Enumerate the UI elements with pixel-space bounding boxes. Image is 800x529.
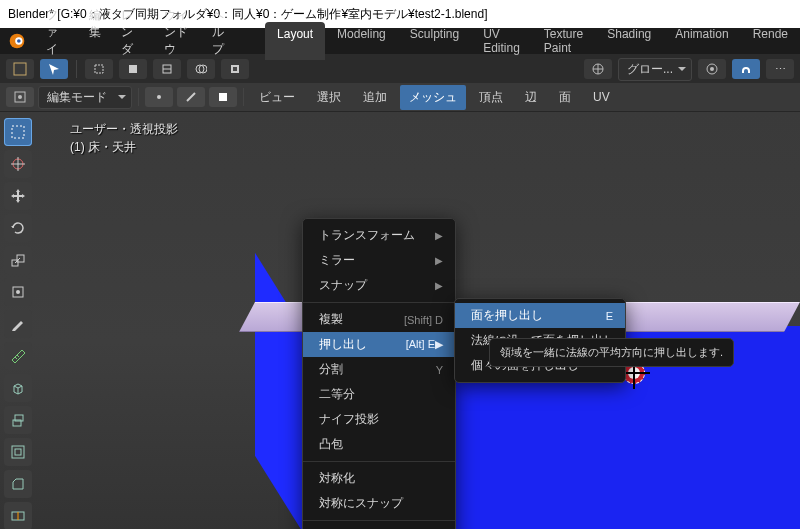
- menu-uv[interactable]: UV: [584, 86, 619, 108]
- tool-shelf: [4, 118, 34, 529]
- shortcut: E: [606, 310, 613, 322]
- menu-item-transform[interactable]: トランスフォーム▶: [303, 223, 455, 248]
- menu-mesh[interactable]: メッシュ: [400, 85, 466, 110]
- editor-type-button[interactable]: [6, 87, 34, 107]
- submenu-arrow-icon: ▶: [435, 280, 443, 291]
- tab-rendering[interactable]: Rende: [741, 22, 800, 60]
- menu-item-snap[interactable]: スナップ▶: [303, 273, 455, 298]
- interaction-mode-dropdown[interactable]: 編集モード: [38, 86, 132, 109]
- tab-uv-editing[interactable]: UV Editing: [471, 22, 532, 60]
- tab-layout[interactable]: Layout: [265, 22, 325, 60]
- label: 分割: [319, 361, 343, 378]
- scale-tool[interactable]: [4, 246, 32, 274]
- menu-item-snap-to-symmetry[interactable]: 対称にスナップ: [303, 491, 455, 516]
- tab-shading[interactable]: Shading: [595, 22, 663, 60]
- select-mode-subtract-icon[interactable]: [153, 59, 181, 79]
- label: 対称化: [319, 470, 355, 487]
- svg-point-2: [17, 39, 21, 43]
- select-mode-invert-icon[interactable]: [221, 59, 249, 79]
- shortcut: Y: [436, 364, 443, 376]
- orientation-icon[interactable]: [584, 59, 612, 79]
- pivot-point-icon[interactable]: [698, 59, 726, 79]
- annotate-tool[interactable]: [4, 310, 32, 338]
- menu-item-mirror[interactable]: ミラー▶: [303, 248, 455, 273]
- svg-point-19: [157, 95, 161, 99]
- menu-item-split[interactable]: 分割Y: [303, 357, 455, 382]
- tooltip: 領域を一緒に法線の平均方向に押し出します.: [489, 338, 734, 367]
- menu-view[interactable]: ビュー: [250, 85, 304, 110]
- menu-item-convex-hull[interactable]: 凸包: [303, 432, 455, 457]
- svg-rect-22: [12, 126, 24, 138]
- label: 面を押し出し: [471, 307, 543, 324]
- face-select-icon[interactable]: [209, 87, 237, 107]
- svg-rect-4: [95, 65, 103, 73]
- tab-animation[interactable]: Animation: [663, 22, 740, 60]
- menu-edge[interactable]: 辺: [516, 85, 546, 110]
- transform-tool[interactable]: [4, 278, 32, 306]
- blender-logo-icon: [6, 30, 28, 52]
- overlay-projection: ユーザー・透視投影: [70, 120, 178, 138]
- menu-face[interactable]: 面: [550, 85, 580, 110]
- svg-point-18: [18, 95, 22, 99]
- svg-point-15: [710, 67, 714, 71]
- 3d-viewport[interactable]: ユーザー・透視投影 (1) 床・天井 トランスフォーム▶ ミラー▶ スナップ▶ …: [0, 112, 800, 529]
- cursor-tool[interactable]: [4, 150, 32, 178]
- transform-orientation-dropdown[interactable]: グロー...: [618, 58, 692, 81]
- viewport-overlay-text: ユーザー・透視投影 (1) 床・天井: [70, 120, 178, 156]
- overlay-object: (1) 床・天井: [70, 138, 178, 156]
- inset-faces-tool[interactable]: [4, 438, 32, 466]
- tab-sculpting[interactable]: Sculpting: [398, 22, 471, 60]
- rotate-tool[interactable]: [4, 214, 32, 242]
- svg-point-30: [16, 290, 20, 294]
- svg-line-20: [187, 93, 195, 101]
- menu-item-extrude[interactable]: 押し出し[Alt] E▶: [303, 332, 455, 357]
- menu-item-duplicate[interactable]: 複製[Shift] D: [303, 307, 455, 332]
- svg-rect-5: [129, 65, 137, 73]
- edge-select-icon[interactable]: [177, 87, 205, 107]
- menu-item-bisect[interactable]: 二等分: [303, 382, 455, 407]
- label: 二等分: [319, 386, 355, 403]
- menu-item-normals[interactable]: ノーマル[Alt] N▶: [303, 525, 455, 529]
- separator: [76, 60, 77, 78]
- cursor-tool-active-icon[interactable]: [40, 59, 68, 79]
- vertex-select-icon[interactable]: [145, 87, 173, 107]
- bevel-tool[interactable]: [4, 470, 32, 498]
- svg-line-31: [15, 357, 17, 359]
- editor-type-icon[interactable]: [6, 59, 34, 79]
- measure-tool[interactable]: [4, 342, 32, 370]
- extrude-region-tool[interactable]: [4, 406, 32, 434]
- svg-rect-35: [12, 446, 24, 458]
- submenu-item-extrude-faces[interactable]: 面を押し出しE: [455, 303, 625, 328]
- label: スナップ: [319, 277, 367, 294]
- submenu-arrow-icon: ▶: [435, 255, 443, 266]
- menu-separator: [303, 520, 455, 521]
- shortcut: [Alt] E▶: [406, 338, 443, 351]
- select-mode-new-icon[interactable]: [85, 59, 113, 79]
- svg-line-32: [17, 355, 19, 357]
- label: 複製: [319, 311, 343, 328]
- menu-item-knife-project[interactable]: ナイフ投影: [303, 407, 455, 432]
- snap-toggle-icon[interactable]: [732, 59, 760, 79]
- menu-item-symmetrize[interactable]: 対称化: [303, 466, 455, 491]
- tab-modeling[interactable]: Modeling: [325, 22, 398, 60]
- label: トランスフォーム: [319, 227, 415, 244]
- menu-select[interactable]: 選択: [308, 85, 350, 110]
- separator: [138, 88, 139, 106]
- loop-cut-tool[interactable]: [4, 502, 32, 529]
- svg-rect-36: [15, 449, 21, 455]
- label: 対称にスナップ: [319, 495, 403, 512]
- tab-texture-paint[interactable]: Texture Paint: [532, 22, 595, 60]
- menu-vertex[interactable]: 頂点: [470, 85, 512, 110]
- topbar: ファイル 編集 レンダー ウィンドウ ヘルプ Layout Modeling S…: [0, 28, 800, 55]
- label: ミラー: [319, 252, 355, 269]
- label: 凸包: [319, 436, 343, 453]
- svg-rect-3: [14, 63, 26, 75]
- select-mode-intersect-icon[interactable]: [187, 59, 215, 79]
- select-box-tool[interactable]: [4, 118, 32, 146]
- select-mode-extend-icon[interactable]: [119, 59, 147, 79]
- move-tool[interactable]: [4, 182, 32, 210]
- options-dropdown-icon[interactable]: ⋯: [766, 59, 794, 79]
- add-cube-tool[interactable]: [4, 374, 32, 402]
- menu-add[interactable]: 追加: [354, 85, 396, 110]
- menu-separator: [303, 302, 455, 303]
